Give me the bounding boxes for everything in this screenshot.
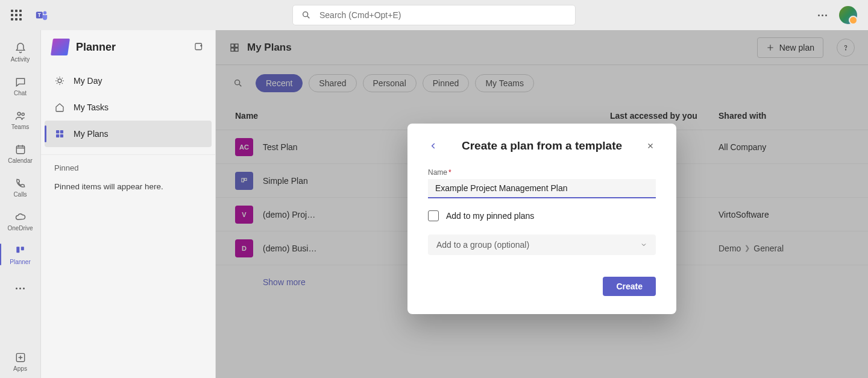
create-plan-dialog: Create a plan from a template Name* Add … [407, 124, 676, 314]
apps-icon [14, 351, 27, 364]
global-search[interactable] [292, 5, 576, 25]
user-avatar[interactable] [839, 6, 857, 24]
ellipsis-icon [16, 288, 25, 289]
svg-point-3 [303, 12, 308, 17]
search-input[interactable] [319, 10, 567, 20]
rail-label: Calls [13, 191, 27, 198]
bell-icon [14, 42, 27, 55]
rail-label: Teams [11, 124, 29, 130]
app-rail: Activity Chat Teams Calendar Calls OneDr… [0, 30, 41, 378]
rail-calls[interactable]: Calls [0, 170, 40, 204]
panel-title: Planner [76, 41, 186, 54]
svg-point-4 [17, 112, 20, 115]
group-dropdown-placeholder: Add to a group (optional) [436, 240, 529, 250]
planner-app-icon [51, 39, 70, 55]
svg-rect-10 [195, 43, 202, 50]
plan-name-input[interactable] [428, 179, 656, 198]
pin-checkbox-label: Add to my pinned plans [446, 211, 534, 221]
nav-label: My Day [74, 76, 102, 86]
dialog-title: Create a plan from a template [446, 139, 638, 153]
rail-teams[interactable]: Teams [0, 102, 40, 136]
close-icon[interactable] [645, 140, 656, 151]
sun-icon [54, 75, 65, 86]
people-icon [14, 109, 27, 122]
rail-apps[interactable]: Apps [0, 344, 40, 378]
cloud-icon [14, 210, 27, 224]
rail-chat[interactable]: Chat [0, 69, 40, 102]
pin-checkbox[interactable] [428, 210, 439, 221]
nav-label: My Plans [74, 129, 108, 139]
svg-rect-8 [20, 247, 24, 250]
name-field-label: Name* [428, 168, 656, 177]
modal-overlay[interactable]: Create a plan from a template Name* Add … [216, 30, 868, 378]
rail-label: Apps [13, 365, 27, 372]
rail-onedrive[interactable]: OneDrive [0, 204, 40, 238]
chevron-down-icon [640, 241, 647, 248]
svg-point-11 [58, 79, 61, 83]
main-content: My Plans New plan Recent Shared Personal… [216, 30, 868, 378]
svg-rect-14 [56, 134, 59, 137]
top-bar: T [0, 0, 868, 30]
rail-label: Planner [10, 259, 30, 265]
more-options-icon[interactable] [818, 14, 827, 16]
nav-my-tasks[interactable]: My Tasks [45, 94, 212, 121]
create-button[interactable]: Create [603, 277, 656, 296]
phone-icon [14, 177, 27, 190]
group-dropdown[interactable]: Add to a group (optional) [428, 235, 656, 255]
rail-label: Calendar [8, 157, 33, 164]
rail-planner[interactable]: Planner [0, 238, 40, 271]
panel-popout-icon[interactable] [193, 42, 204, 52]
pinned-section-label: Pinned [54, 163, 202, 172]
chat-icon [14, 75, 27, 89]
rail-more[interactable] [0, 271, 40, 305]
rail-activity[interactable]: Activity [0, 35, 40, 69]
search-icon [301, 10, 311, 20]
nav-my-plans[interactable]: My Plans [45, 121, 212, 147]
rail-label: Activity [11, 56, 30, 63]
svg-rect-13 [60, 130, 63, 133]
svg-rect-7 [16, 247, 19, 253]
planner-icon [14, 244, 27, 257]
teams-logo-icon: T [35, 8, 48, 22]
nav-label: My Tasks [74, 102, 108, 112]
pinned-empty-message: Pinned items will appear here. [54, 182, 163, 191]
svg-rect-15 [60, 134, 63, 137]
svg-rect-12 [56, 130, 59, 133]
app-launcher-icon[interactable] [11, 10, 22, 20]
svg-text:T: T [38, 13, 41, 18]
calendar-icon [14, 143, 27, 156]
svg-rect-6 [16, 146, 24, 154]
rail-label: OneDrive [7, 225, 33, 232]
home-icon [54, 102, 65, 113]
sidebar-panel: Planner My Day My Tasks My Plans Pinned … [41, 30, 216, 378]
rail-label: Chat [14, 90, 27, 96]
back-icon[interactable] [428, 140, 439, 151]
rail-calendar[interactable]: Calendar [0, 136, 40, 170]
nav-my-day[interactable]: My Day [45, 68, 212, 94]
svg-point-1 [43, 11, 47, 14]
grid-icon [54, 128, 65, 139]
svg-point-5 [22, 113, 24, 115]
